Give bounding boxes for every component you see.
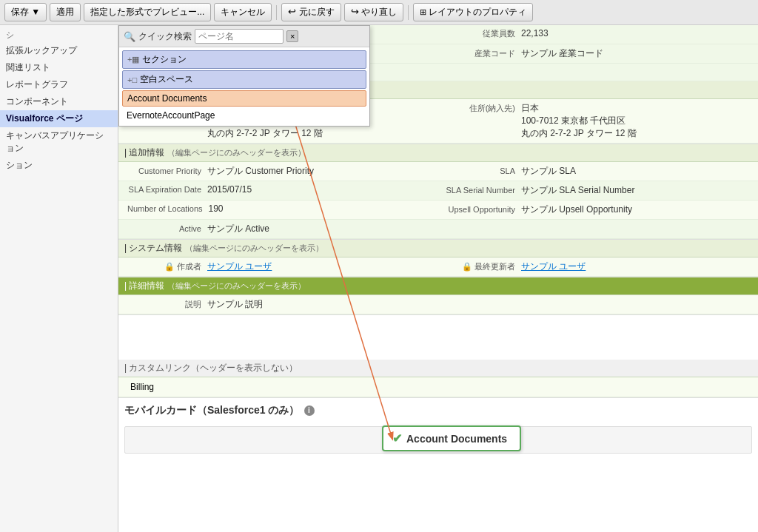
apply-button[interactable]: 適用 [50,3,81,21]
popup-item-evernote[interactable]: EvernoteAccountPage [122,108,366,123]
toolbar: 保存 ▼ 適用 指定した形式でプレビュー... キャンセル ↩ 元に戻す ↪ や… [0,0,758,25]
popup-item-section[interactable]: +▦ セクション [122,50,366,69]
clear-button[interactable]: × [286,30,298,42]
section-icon: +▦ [127,55,139,64]
content-area: 🔍 クイック検索 × +▦ セクション +□ 空白スペース Account Do… [118,25,758,532]
detail-section-header: | 詳細情報 （編集ページにのみヘッダーを表示） [118,277,758,295]
table-row: Active サンプル Active [118,220,758,239]
popup-item-blank[interactable]: +□ 空白スペース [122,70,366,89]
cancel-button[interactable]: キャンセル [214,3,272,21]
table-row: Customer Priority サンプル Customer Priority… [118,162,758,181]
save-button[interactable]: 保存 ▼ [4,3,47,21]
sidebar-item-visualforce[interactable]: Visualforce ページ [0,110,118,127]
field-empty [438,65,752,79]
layout-props-button[interactable]: ⊞ レイアウトのプロパティ [413,3,533,21]
sidebar-section-label: シ [0,28,118,42]
table-row: SLA Expiration Date 2015/07/15 SLA Seria… [118,181,758,201]
table-row: 説明 サンプル 説明 [118,295,758,314]
field-industry-code: 産業コード サンプル 産業コード [438,46,752,61]
popup-item-evernote-label: EvernoteAccountPage [127,110,215,121]
additional-section-header: | 追加情報 （編集ページにのみヘッダーを表示） [118,144,758,162]
system-section-header: | システム情報 （編集ページにのみヘッダーを表示） [118,240,758,257]
custom-link-header: | カスタムリンク（ヘッダーを表示しない） [118,360,758,377]
system-section: | システム情報 （編集ページにのみヘッダーを表示） 🔒 作成者 サンプル ユー… [118,240,758,277]
billing-row: Billing [118,377,758,397]
info-icon: i [304,405,315,416]
field-employees: 従業員数 22,133 [438,27,752,42]
custom-link-section: | カスタムリンク（ヘッダーを表示しない） Billing [118,360,758,398]
sidebar-item-section2[interactable]: ション [0,157,118,174]
mobile-card-header: モバイルカード（Salesforce1 のみ） i [118,398,758,420]
search-input[interactable] [195,29,284,44]
additional-section: | 追加情報 （編集ページにのみヘッダーを表示） Customer Priori… [118,144,758,240]
popup-item-account-docs-label: Account Documents [127,93,207,104]
billing-label: Billing [130,382,154,392]
popup-item-blank-label: 空白スペース [140,73,193,86]
quick-search-label: クイック検索 [138,30,192,43]
sidebar-item-component[interactable]: コンポーネント [0,93,118,110]
table-row: Number of Locations 190 Upsell Opportuni… [118,201,758,220]
sidebar-item-canvas[interactable]: キャンバスアプリケーション [0,127,118,157]
popup-item-account-docs[interactable]: Account Documents [122,90,366,107]
popup-panel: 🔍 クイック検索 × +▦ セクション +□ 空白スペース Account Do… [118,25,370,127]
preview-button[interactable]: 指定した形式でプレビュー... [84,3,211,21]
check-icon: ✔ [392,431,402,445]
popup-header: 🔍 クイック検索 × [119,26,369,47]
sidebar-item-related-list[interactable]: 関連リスト [0,59,118,76]
popup-list: +▦ セクション +□ 空白スペース Account Documents Eve… [119,47,369,126]
main-container: シ 拡張ルックアップ 関連リスト レポートグラフ コンポーネント Visualf… [0,25,758,532]
sidebar: シ 拡張ルックアップ 関連リスト レポートグラフ コンポーネント Visualf… [0,25,118,532]
sidebar-item-extended-lookup[interactable]: 拡張ルックアップ [0,42,118,59]
mobile-card-title: モバイルカード（Salesforce1 のみ） [124,404,300,417]
toolbar-separator [276,5,277,20]
account-doc-label: Account Documents [406,433,507,445]
toolbar-separator2 [408,5,409,20]
field-shipping-address: 住所(納入先) 日本 100-7012 東京都 千代田区 丸の内 2-7-2 J… [438,101,752,141]
popup-item-section-label: セクション [142,53,187,66]
sidebar-item-report-graph[interactable]: レポートグラフ [0,76,118,93]
redo-button[interactable]: ↪ やり直し [344,3,403,21]
undo-button[interactable]: ↩ 元に戻す [281,3,341,21]
table-row: 🔒 作成者 サンプル ユーザ 🔒 最終更新者 サンプル ユーザ [118,257,758,277]
detail-section: | 詳細情報 （編集ページにのみヘッダーを表示） 説明 サンプル 説明 [118,277,758,315]
search-icon: 🔍 [124,31,135,42]
account-doc-bubble: ✔ Account Documents [382,425,521,451]
blank-icon: +□ [127,75,137,84]
